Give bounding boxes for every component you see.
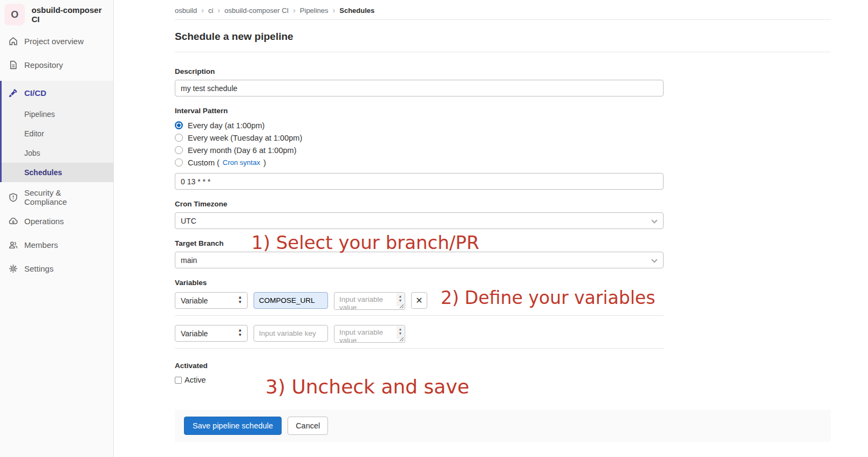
description-label: Description	[175, 67, 831, 75]
sidebar-item-operations[interactable]: Operations	[0, 209, 113, 233]
radio-row-every-day[interactable]: Every day (at 1:00pm)	[175, 119, 831, 131]
cancel-button[interactable]: Cancel	[288, 417, 328, 435]
target-branch-label: Target Branch	[175, 239, 831, 247]
radio-custom[interactable]	[175, 158, 183, 167]
project-avatar: O	[4, 4, 25, 25]
avatar-letter: O	[11, 9, 18, 20]
schedule-form: Description Interval Pattern Every day (…	[175, 52, 831, 384]
shield-icon	[9, 193, 18, 202]
variable-type-value: Variable	[181, 296, 208, 305]
cron-timezone-value: UTC	[181, 217, 196, 225]
radio-every-week[interactable]	[175, 134, 183, 142]
chevron-right-icon: ›	[217, 6, 220, 15]
breadcrumb: osbuild › ci › osbuild-composer CI › Pip…	[175, 0, 831, 20]
cron-syntax-link[interactable]: Cron syntax	[223, 158, 260, 167]
home-icon	[9, 37, 18, 46]
variable-row: Variable ▲▼ ▲▼ ✕	[175, 292, 831, 310]
sidebar-item-label: Members	[24, 240, 58, 250]
variable-type-value: Variable	[181, 329, 208, 338]
interval-pattern-label: Interval Pattern	[175, 107, 831, 115]
document-icon	[9, 60, 18, 70]
radio-row-every-month[interactable]: Every month (Day 6 at 1:00pm)	[175, 144, 831, 156]
target-branch-select[interactable]: main	[175, 252, 664, 268]
sidebar-item-settings[interactable]: Settings	[0, 257, 113, 280]
variable-key-input[interactable]	[254, 292, 328, 309]
variable-value-textarea[interactable]	[334, 293, 405, 309]
breadcrumb-item[interactable]: ci	[208, 6, 213, 15]
sidebar-item-members[interactable]: Members	[0, 233, 113, 257]
sidebar-item-jobs[interactable]: Jobs	[2, 143, 113, 163]
close-icon: ✕	[415, 295, 422, 306]
main-content: osbuild › ci › osbuild-composer CI › Pip…	[114, 0, 868, 457]
sidebar-item-label: Repository	[24, 60, 63, 70]
variable-type-select[interactable]: Variable ▲▼	[175, 325, 248, 342]
radio-label: Every month (Day 6 at 1:00pm)	[188, 146, 296, 155]
variables-label: Variables	[175, 279, 831, 287]
active-checkbox-label: Active	[184, 376, 206, 384]
variable-value-wrap: ▲▼	[334, 292, 405, 310]
sidebar-item-repository[interactable]: Repository	[0, 53, 113, 77]
rocket-icon	[9, 88, 18, 98]
cron-pattern-input[interactable]	[175, 173, 664, 190]
resize-grip-icon[interactable]	[399, 303, 404, 309]
radio-label-suffix: )	[263, 158, 266, 167]
breadcrumb-item-current: Schedules	[339, 6, 374, 15]
people-icon	[9, 240, 18, 250]
chevron-right-icon: ›	[293, 6, 296, 15]
page-title: Schedule a new pipeline	[175, 31, 831, 43]
active-checkbox[interactable]	[175, 377, 182, 384]
project-title: osbuild-composer CI	[31, 5, 109, 24]
sidebar-item-label: Settings	[24, 264, 53, 273]
sidebar-item-label: Security & Compliance	[24, 188, 105, 206]
project-sidebar: O osbuild-composer CI Project overview R…	[0, 0, 114, 457]
sidebar-section-cicd: CI/CD Pipelines Editor Jobs Schedules	[0, 81, 113, 182]
breadcrumb-item[interactable]: Pipelines	[300, 6, 329, 15]
divider	[175, 315, 664, 316]
project-header[interactable]: O osbuild-composer CI	[0, 0, 113, 29]
radio-label: Every week (Tuesday at 1:00pm)	[188, 134, 302, 142]
radio-row-every-week[interactable]: Every week (Tuesday at 1:00pm)	[175, 131, 831, 144]
sidebar-item-label: CI/CD	[24, 88, 46, 98]
gear-icon	[9, 264, 18, 273]
cron-timezone-label: Cron Timezone	[175, 200, 831, 208]
app-window: O osbuild-composer CI Project overview R…	[0, 0, 868, 457]
sidebar-subitem-label: Jobs	[24, 149, 40, 157]
activated-label: Activated	[175, 362, 831, 370]
chevron-down-icon	[651, 217, 657, 223]
radio-row-custom[interactable]: Custom ( Cron syntax )	[175, 156, 831, 169]
updown-icon: ▲▼	[238, 295, 242, 304]
description-input[interactable]	[175, 80, 664, 96]
sidebar-item-schedules[interactable]: Schedules	[2, 163, 113, 182]
chevron-right-icon: ›	[333, 6, 336, 15]
form-actions: Save pipeline schedule Cancel	[175, 410, 831, 442]
remove-variable-button[interactable]: ✕	[411, 292, 427, 309]
target-branch-value: main	[181, 256, 197, 265]
chevron-right-icon: ›	[201, 6, 204, 15]
sidebar-item-project-overview[interactable]: Project overview	[0, 29, 113, 53]
variable-value-wrap: ▲▼	[334, 325, 405, 343]
variable-value-textarea[interactable]	[334, 326, 405, 342]
updown-icon: ▲▼	[238, 328, 242, 337]
cloud-icon	[9, 217, 18, 226]
radio-every-day[interactable]	[175, 121, 183, 129]
sidebar-subitem-label: Pipelines	[24, 110, 55, 119]
breadcrumb-item[interactable]: osbuild-composer CI	[224, 6, 289, 15]
save-pipeline-schedule-button[interactable]: Save pipeline schedule	[184, 417, 282, 435]
sidebar-item-editor[interactable]: Editor	[2, 124, 113, 143]
cron-timezone-select[interactable]: UTC	[175, 212, 664, 229]
active-checkbox-row[interactable]: Active	[175, 376, 831, 384]
sidebar-item-label: Operations	[24, 217, 64, 226]
sidebar-item-pipelines[interactable]: Pipelines	[2, 105, 113, 124]
chevron-down-icon	[651, 257, 657, 262]
sidebar-item-security-compliance[interactable]: Security & Compliance	[0, 185, 113, 209]
radio-every-month[interactable]	[175, 146, 183, 154]
sidebar-subitem-label: Schedules	[24, 168, 62, 177]
sidebar-item-label: Project overview	[24, 37, 84, 46]
breadcrumb-item[interactable]: osbuild	[175, 6, 197, 15]
variable-type-select[interactable]: Variable ▲▼	[175, 292, 248, 309]
variable-key-input[interactable]	[254, 325, 328, 342]
sidebar-subitem-label: Editor	[24, 129, 44, 138]
variable-row: Variable ▲▼ ▲▼	[175, 325, 831, 343]
resize-grip-icon[interactable]	[399, 336, 404, 342]
sidebar-item-cicd[interactable]: CI/CD	[2, 81, 113, 105]
